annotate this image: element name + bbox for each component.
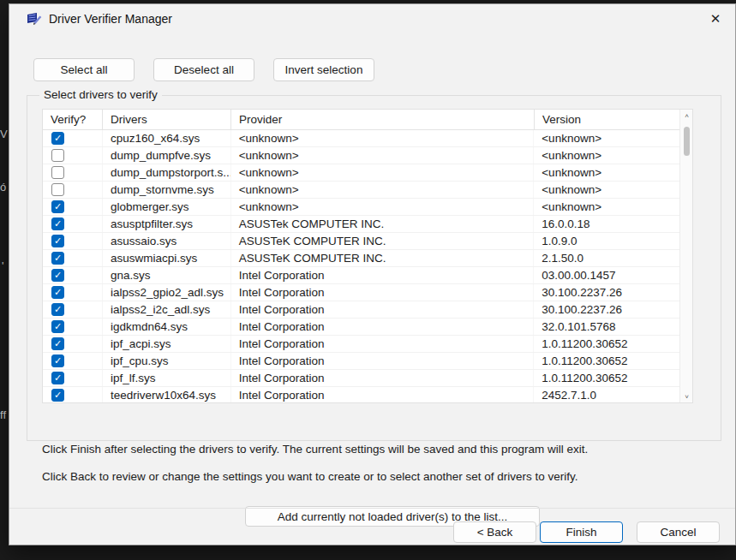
provider-name: Intel Corporation: [231, 353, 535, 369]
driver-name: igdkmdn64.sys: [103, 319, 231, 335]
table-scrollbar[interactable]: ˄ ˅: [679, 110, 692, 402]
version-value: 30.100.2237.26: [534, 301, 679, 318]
provider-name: Intel Corporation: [231, 267, 535, 283]
table-row[interactable]: dump_stornvme.sys<unknown><unknown>: [43, 182, 679, 199]
table-row[interactable]: ✓ialpss2_gpio2_adl.sysIntel Corporation3…: [43, 284, 679, 301]
back-instruction-text: Click Back to review or change the setti…: [42, 470, 578, 483]
driver-verifier-manager-dialog: Driver Verifier Manager ✕ Select all Des…: [9, 3, 736, 545]
verify-cell: [43, 182, 103, 198]
provider-name: ASUSTeK COMPUTER INC.: [231, 250, 535, 266]
background-text-fragment: V: [0, 128, 8, 140]
verify-checkbox[interactable]: [51, 183, 64, 196]
cancel-button[interactable]: Cancel: [637, 521, 720, 543]
verify-checkbox[interactable]: ✓: [51, 217, 64, 230]
verify-cell: ✓: [43, 250, 103, 266]
provider-name: Intel Corporation: [231, 370, 535, 386]
driver-name: dump_dumpstorport.s...: [103, 164, 231, 181]
table-row[interactable]: ✓teedriverw10x64.sysIntel Corporation245…: [43, 387, 679, 402]
driver-name: gna.sys: [103, 267, 231, 283]
back-button[interactable]: < Back: [453, 521, 536, 543]
version-value: <unknown>: [534, 147, 679, 164]
verify-checkbox[interactable]: ✓: [51, 235, 64, 247]
table-row[interactable]: dump_dumpstorport.s...<unknown><unknown>: [43, 164, 679, 182]
verify-checkbox[interactable]: [51, 149, 64, 162]
driver-name: ipf_cpu.sys: [103, 353, 231, 369]
version-value: 1.0.9.0: [534, 233, 679, 249]
column-header-verify[interactable]: Verify?: [43, 110, 103, 129]
verify-checkbox[interactable]: ✓: [51, 200, 64, 213]
verify-checkbox[interactable]: ✓: [51, 354, 64, 367]
verify-cell: [43, 147, 103, 164]
deselect-all-button[interactable]: Deselect all: [153, 58, 254, 81]
background-text-fragment: ': [2, 259, 3, 272]
verify-checkbox[interactable]: ✓: [51, 303, 64, 316]
app-icon: [27, 12, 42, 26]
provider-name: Intel Corporation: [231, 387, 535, 402]
verify-checkbox[interactable]: ✓: [51, 337, 64, 350]
title-bar: Driver Verifier Manager ✕: [9, 4, 735, 33]
column-header-provider[interactable]: Provider: [231, 110, 535, 129]
verify-cell: ✓: [43, 370, 103, 386]
verify-cell: [43, 164, 103, 181]
driver-name: asusptpfilter.sys: [103, 216, 231, 232]
table-row[interactable]: ✓ipf_acpi.sysIntel Corporation1.0.11200.…: [43, 336, 679, 353]
footer-separator: [9, 508, 735, 509]
verify-checkbox[interactable]: ✓: [51, 389, 64, 402]
driver-table-header: Verify? Drivers Provider Version: [43, 110, 692, 130]
version-value: <unknown>: [534, 199, 679, 215]
table-row[interactable]: dump_dumpfve.sys<unknown><unknown>: [43, 147, 679, 164]
window-title: Driver Verifier Manager: [49, 12, 172, 26]
driver-table: Verify? Drivers Provider Version ✓cpuz16…: [42, 109, 693, 403]
background-text-fragment: ó: [0, 181, 6, 194]
provider-name: <unknown>: [231, 147, 535, 164]
provider-name: Intel Corporation: [231, 319, 535, 335]
table-row[interactable]: ✓cpuz160_x64.sys<unknown><unknown>: [43, 130, 679, 147]
driver-name: ialpss2_i2c_adl.sys: [103, 301, 231, 318]
driver-name: dump_stornvme.sys: [103, 182, 231, 198]
table-row[interactable]: ✓ipf_cpu.sysIntel Corporation1.0.11200.3…: [43, 353, 679, 370]
driver-name: teedriverw10x64.sys: [103, 387, 231, 402]
table-row[interactable]: ✓asusptpfilter.sysASUSTek COMPUTER INC.1…: [43, 216, 679, 233]
provider-name: Intel Corporation: [231, 301, 535, 318]
select-all-button[interactable]: Select all: [33, 58, 135, 81]
column-header-drivers[interactable]: Drivers: [103, 110, 231, 129]
background-text-fragment: ff: [0, 408, 6, 421]
version-value: 30.100.2237.26: [534, 284, 679, 301]
table-row[interactable]: ✓gna.sysIntel Corporation03.00.00.1457: [43, 267, 679, 284]
version-value: 2.1.50.0: [534, 250, 679, 266]
table-row[interactable]: ✓globmerger.sys<unknown><unknown>: [43, 199, 679, 216]
select-drivers-groupbox: Select drivers to verify Verify? Drivers…: [27, 95, 721, 441]
version-value: 16.0.0.18: [534, 216, 679, 232]
table-row[interactable]: ✓ipf_lf.sysIntel Corporation1.0.11200.30…: [43, 370, 679, 387]
close-icon[interactable]: ✕: [696, 4, 735, 33]
version-value: 03.00.00.1457: [534, 267, 679, 283]
table-row[interactable]: ✓asussaio.sysASUSTeK COMPUTER INC.1.0.9.…: [43, 233, 679, 250]
verify-checkbox[interactable]: ✓: [51, 286, 64, 299]
provider-name: ASUSTek COMPUTER INC.: [231, 216, 535, 232]
table-row[interactable]: ✓asuswmiacpi.sysASUSTeK COMPUTER INC.2.1…: [43, 250, 679, 267]
scrollbar-thumb[interactable]: [684, 127, 690, 156]
table-row[interactable]: ✓igdkmdn64.sysIntel Corporation32.0.101.…: [43, 319, 679, 336]
scrollbar-up-arrow-icon[interactable]: ˄: [680, 110, 693, 122]
verify-checkbox[interactable]: [51, 166, 64, 179]
verify-checkbox[interactable]: ✓: [51, 372, 64, 384]
finish-button[interactable]: Finish: [540, 521, 623, 543]
invert-selection-button[interactable]: Invert selection: [273, 58, 374, 81]
table-row[interactable]: ✓ialpss2_i2c_adl.sysIntel Corporation30.…: [43, 301, 679, 319]
driver-name: asussaio.sys: [103, 233, 231, 249]
verify-cell: ✓: [43, 199, 103, 215]
verify-checkbox[interactable]: ✓: [51, 320, 64, 333]
groupbox-label: Select drivers to verify: [39, 88, 162, 101]
driver-name: dump_dumpfve.sys: [103, 147, 231, 164]
provider-name: <unknown>: [231, 199, 535, 215]
verify-cell: ✓: [43, 353, 103, 369]
verify-cell: ✓: [43, 130, 103, 146]
verify-checkbox[interactable]: ✓: [51, 252, 64, 265]
verify-checkbox[interactable]: ✓: [51, 132, 64, 145]
verify-checkbox[interactable]: ✓: [51, 269, 64, 282]
driver-table-body: ✓cpuz160_x64.sys<unknown><unknown>dump_d…: [43, 130, 679, 402]
scrollbar-down-arrow-icon[interactable]: ˅: [680, 390, 693, 402]
driver-name: asuswmiacpi.sys: [103, 250, 231, 266]
column-header-version[interactable]: Version: [535, 110, 680, 129]
driver-name: cpuz160_x64.sys: [103, 130, 231, 146]
